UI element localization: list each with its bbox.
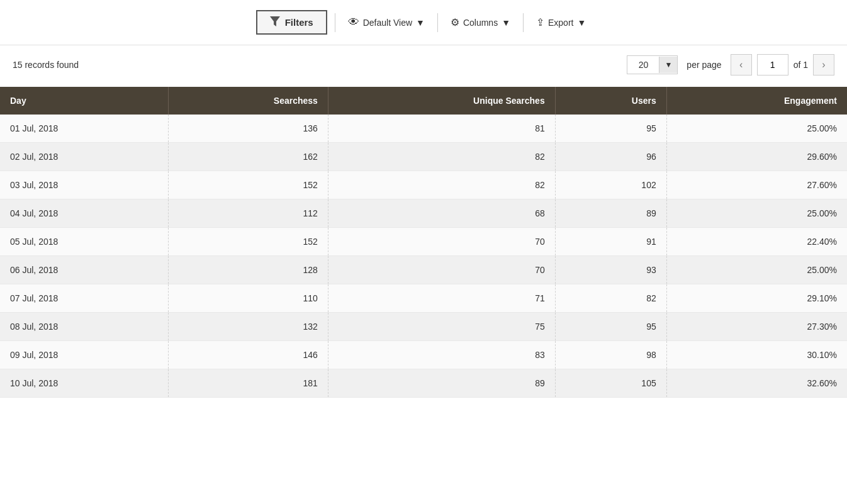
records-found: 15 records found xyxy=(13,60,79,70)
cell-engagement: 32.60% xyxy=(666,369,847,398)
divider-2 xyxy=(437,13,438,32)
cell-unique_searches: 82 xyxy=(328,143,555,171)
toolbar: Filters 👁 Default View ▼ ⚙ Columns ▼ ⇪ E… xyxy=(0,0,847,45)
cell-day: 05 Jul, 2018 xyxy=(0,228,169,256)
pagination: 20 ▼ per page ‹ of 1 › xyxy=(627,54,834,76)
filters-label: Filters xyxy=(285,17,313,28)
cell-engagement: 25.00% xyxy=(666,256,847,284)
cell-engagement: 29.10% xyxy=(666,284,847,313)
filter-icon xyxy=(270,16,280,28)
eye-icon: 👁 xyxy=(348,16,359,29)
cell-day: 02 Jul, 2018 xyxy=(0,143,169,171)
col-users: Users xyxy=(555,87,666,115)
cell-unique_searches: 70 xyxy=(328,256,555,284)
cell-searches: 162 xyxy=(169,143,328,171)
columns-label: Columns xyxy=(463,18,498,28)
cell-day: 06 Jul, 2018 xyxy=(0,256,169,284)
cell-engagement: 27.30% xyxy=(666,313,847,341)
cell-searches: 112 xyxy=(169,199,328,228)
per-page-label: per page xyxy=(687,60,721,70)
col-day: Day xyxy=(0,87,169,115)
cell-users: 95 xyxy=(555,313,666,341)
data-table: Day Searchess Unique Searches Users Enga… xyxy=(0,87,847,398)
table-header-row: Day Searchess Unique Searches Users Enga… xyxy=(0,87,847,115)
columns-button[interactable]: ⚙ Columns ▼ xyxy=(446,14,515,31)
cell-searches: 181 xyxy=(169,369,328,398)
export-label: Export xyxy=(548,18,573,28)
cell-unique_searches: 68 xyxy=(328,199,555,228)
cell-day: 04 Jul, 2018 xyxy=(0,199,169,228)
cell-searches: 136 xyxy=(169,115,328,143)
cell-unique_searches: 70 xyxy=(328,228,555,256)
cell-unique_searches: 81 xyxy=(328,115,555,143)
cell-unique_searches: 82 xyxy=(328,171,555,199)
table-row: 09 Jul, 2018146839830.10% xyxy=(0,341,847,369)
cell-day: 01 Jul, 2018 xyxy=(0,115,169,143)
filters-button[interactable]: Filters xyxy=(256,10,327,35)
cell-engagement: 30.10% xyxy=(666,341,847,369)
records-bar: 15 records found 20 ▼ per page ‹ of 1 › xyxy=(0,45,847,84)
table-row: 07 Jul, 2018110718229.10% xyxy=(0,284,847,313)
gear-icon: ⚙ xyxy=(451,16,459,28)
page-number-input[interactable] xyxy=(757,54,788,76)
cell-users: 102 xyxy=(555,171,666,199)
cell-users: 105 xyxy=(555,369,666,398)
cell-searches: 152 xyxy=(169,228,328,256)
table-header: Day Searchess Unique Searches Users Enga… xyxy=(0,87,847,115)
divider-3 xyxy=(523,13,524,32)
default-view-button[interactable]: 👁 Default View ▼ xyxy=(343,13,430,31)
col-unique-searches: Unique Searches xyxy=(328,87,555,115)
cell-users: 89 xyxy=(555,199,666,228)
cell-users: 82 xyxy=(555,284,666,313)
cell-unique_searches: 83 xyxy=(328,341,555,369)
prev-page-button[interactable]: ‹ xyxy=(731,54,752,76)
table-row: 05 Jul, 2018152709122.40% xyxy=(0,228,847,256)
cell-unique_searches: 71 xyxy=(328,284,555,313)
cell-engagement: 29.60% xyxy=(666,143,847,171)
divider-1 xyxy=(335,13,335,32)
table-row: 02 Jul, 2018162829629.60% xyxy=(0,143,847,171)
cell-searches: 152 xyxy=(169,171,328,199)
columns-chevron-icon: ▼ xyxy=(502,18,510,28)
cell-unique_searches: 89 xyxy=(328,369,555,398)
cell-day: 07 Jul, 2018 xyxy=(0,284,169,313)
page-of-total: of 1 xyxy=(794,60,808,70)
cell-day: 03 Jul, 2018 xyxy=(0,171,169,199)
default-view-chevron-icon: ▼ xyxy=(416,18,425,28)
col-searches: Searchess xyxy=(169,87,328,115)
cell-users: 91 xyxy=(555,228,666,256)
cell-engagement: 27.60% xyxy=(666,171,847,199)
table-row: 01 Jul, 2018136819525.00% xyxy=(0,115,847,143)
export-icon: ⇪ xyxy=(536,16,544,28)
table-row: 08 Jul, 2018132759527.30% xyxy=(0,313,847,341)
svg-marker-0 xyxy=(270,16,280,26)
next-page-button[interactable]: › xyxy=(813,54,834,76)
cell-engagement: 25.00% xyxy=(666,115,847,143)
default-view-label: Default View xyxy=(363,18,412,28)
table-row: 04 Jul, 2018112688925.00% xyxy=(0,199,847,228)
cell-day: 10 Jul, 2018 xyxy=(0,369,169,398)
table-row: 06 Jul, 2018128709325.00% xyxy=(0,256,847,284)
cell-users: 95 xyxy=(555,115,666,143)
cell-users: 96 xyxy=(555,143,666,171)
cell-day: 08 Jul, 2018 xyxy=(0,313,169,341)
export-button[interactable]: ⇪ Export ▼ xyxy=(531,14,591,31)
cell-searches: 128 xyxy=(169,256,328,284)
cell-engagement: 22.40% xyxy=(666,228,847,256)
per-page-dropdown-arrow[interactable]: ▼ xyxy=(659,57,677,73)
col-engagement: Engagement xyxy=(666,87,847,115)
cell-unique_searches: 75 xyxy=(328,313,555,341)
export-chevron-icon: ▼ xyxy=(577,18,586,28)
cell-searches: 132 xyxy=(169,313,328,341)
cell-searches: 146 xyxy=(169,341,328,369)
table-body: 01 Jul, 2018136819525.00%02 Jul, 2018162… xyxy=(0,115,847,398)
cell-searches: 110 xyxy=(169,284,328,313)
cell-engagement: 25.00% xyxy=(666,199,847,228)
table-row: 10 Jul, 20181818910532.60% xyxy=(0,369,847,398)
per-page-select[interactable]: 20 ▼ xyxy=(627,55,678,74)
table-row: 03 Jul, 20181528210227.60% xyxy=(0,171,847,199)
cell-users: 98 xyxy=(555,341,666,369)
per-page-value: 20 xyxy=(627,56,659,74)
cell-users: 93 xyxy=(555,256,666,284)
cell-day: 09 Jul, 2018 xyxy=(0,341,169,369)
